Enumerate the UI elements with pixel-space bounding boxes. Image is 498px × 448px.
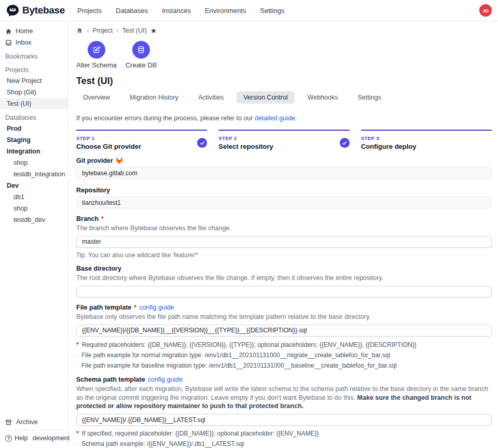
sidebar-item-shop-git[interactable]: Shop (Git): [0, 87, 68, 98]
sidebar-db-testdb-integration[interactable]: testdb_integration: [0, 169, 68, 180]
inbox-icon: [5, 39, 12, 46]
branch-description: The branch where Bytebase observes the f…: [76, 224, 492, 233]
sidebar-env-prod[interactable]: Prod: [0, 123, 68, 134]
bytebase-logo[interactable]: Bytebase: [6, 4, 65, 17]
base-directory-description: The root directory where Bytebase observ…: [76, 274, 492, 283]
sidebar-item-test-ui[interactable]: Test (UI): [0, 98, 68, 109]
database-icon: [137, 46, 145, 54]
nav-settings[interactable]: Settings: [260, 7, 284, 15]
file-path-note-example-baseline: ·File path example for baseline migratio…: [76, 362, 492, 369]
nav-environments[interactable]: Environments: [205, 7, 246, 15]
file-path-note-example-normal: ·File path example for normal migration …: [76, 352, 492, 359]
sidebar-db-db1[interactable]: db1: [0, 191, 68, 203]
breadcrumb-separator: ›: [87, 26, 89, 34]
schema-path-note-example: ·Schema path example: /{{ENV_NAME}}/.db1…: [76, 440, 492, 447]
archive-icon: [5, 419, 12, 426]
tab-migration-history[interactable]: Migration History: [123, 91, 185, 104]
breadcrumb-home-icon[interactable]: [76, 27, 83, 34]
schema-path-template-input[interactable]: [76, 414, 492, 426]
step-indicator: STEP 1 Choose Git provider STEP 2 Select…: [76, 130, 492, 150]
create-db-circle: [132, 41, 150, 59]
repository-input[interactable]: [76, 197, 492, 208]
file-path-note-required: *Required placeholders: {{DB_NAME}}, {{V…: [76, 341, 492, 348]
app-window: Bytebase Projects Databases Instances En…: [0, 0, 498, 448]
branch-label: Branch*: [76, 215, 492, 222]
base-directory-input[interactable]: [76, 286, 492, 298]
breadcrumb: › Project › Test (UI) ★: [76, 26, 492, 34]
breadcrumb-project[interactable]: Project: [92, 27, 113, 34]
tab-webhooks[interactable]: Webhooks: [301, 91, 345, 104]
tab-settings[interactable]: Settings: [351, 91, 388, 104]
user-avatar[interactable]: JD: [479, 4, 492, 17]
sidebar-footer: ? Help development: [0, 430, 68, 448]
sidebar-env-staging[interactable]: Staging: [0, 134, 68, 146]
git-provider-label: Git provider: [76, 157, 492, 164]
breadcrumb-separator: ›: [116, 26, 118, 34]
required-asterisk: *: [134, 304, 136, 311]
gitlab-icon: [116, 157, 123, 164]
sidebar-item-archive[interactable]: Archive: [0, 414, 68, 430]
help-icon: ?: [5, 435, 12, 442]
tab-version-control[interactable]: Version Control: [237, 91, 294, 104]
nav-instances[interactable]: Instances: [162, 7, 191, 15]
nav-databases[interactable]: Databases: [116, 7, 148, 15]
brand-name: Bytebase: [22, 5, 65, 16]
main-content: › Project › Test (UI) ★ Alter Schema: [68, 21, 498, 448]
step-1-check-icon: [197, 138, 207, 148]
sidebar-item-new-project[interactable]: New Project: [0, 75, 68, 87]
alter-schema-button[interactable]: Alter Schema: [76, 41, 117, 69]
file-path-template-label: File path template* config guide: [76, 304, 492, 311]
sidebar-db-shop-integration[interactable]: shop: [0, 157, 68, 169]
repository-label: Repository: [76, 187, 492, 194]
branch-tip: Tip: You can also use wildcard like 'fea…: [76, 251, 492, 259]
favorite-star-icon[interactable]: ★: [150, 27, 157, 34]
breadcrumb-current[interactable]: Test (UI): [122, 27, 147, 34]
sidebar-env-dev[interactable]: Dev: [0, 180, 68, 191]
schema-path-template-description: When specified, after each migration, By…: [76, 385, 492, 411]
quick-actions: Alter Schema Create DB: [76, 41, 492, 69]
step-2-check-icon: [340, 138, 350, 148]
tab-activities[interactable]: Activities: [191, 91, 230, 104]
file-path-template-input[interactable]: [76, 325, 492, 337]
sidebar: Home Inbox Bookmarks Projects New Projec…: [0, 21, 68, 448]
schema-path-note-required: *If specified, required placeholder: {{D…: [76, 430, 492, 437]
step-1: STEP 1 Choose Git provider: [76, 130, 207, 150]
bytebase-logo-icon: [6, 4, 19, 17]
page-title: Test (UI): [76, 76, 492, 87]
sidebar-section-bookmarks: Bookmarks: [0, 51, 68, 62]
sidebar-db-testdb-dev[interactable]: testdb_dev: [0, 214, 68, 226]
file-path-config-guide-link[interactable]: config guide: [139, 304, 174, 311]
tab-bar: Overview Migration History Activities Ve…: [76, 91, 492, 107]
step-3: STEP 3 Configure deploy: [361, 130, 492, 150]
file-path-template-description: Bytebase only observes the file path nam…: [76, 313, 492, 321]
error-guide-text: If you encounter errors during the proce…: [76, 115, 492, 122]
branch-input[interactable]: [76, 236, 492, 248]
step-2: STEP 2 Select repository: [218, 130, 349, 150]
home-icon: [5, 28, 12, 35]
sidebar-env-integration[interactable]: Integration: [0, 146, 68, 157]
help-button[interactable]: ? Help: [5, 435, 28, 442]
schema-path-template-label: Schema path template config guide: [76, 376, 492, 383]
base-directory-label: Base directory: [76, 265, 492, 272]
sidebar-db-shop-dev[interactable]: shop: [0, 203, 68, 214]
alter-schema-circle: [88, 41, 105, 59]
sidebar-item-inbox[interactable]: Inbox: [0, 37, 68, 48]
create-db-button[interactable]: Create DB: [125, 41, 157, 69]
sidebar-item-home[interactable]: Home: [0, 25, 68, 37]
version-label: development: [33, 435, 70, 442]
detailed-guide-link[interactable]: detailed guide: [255, 115, 295, 122]
sidebar-section-projects: Projects: [0, 64, 68, 75]
edit-icon: [92, 46, 101, 54]
schema-path-config-guide-link[interactable]: config guide: [148, 376, 183, 383]
tab-overview[interactable]: Overview: [76, 91, 117, 104]
required-asterisk: *: [101, 215, 104, 222]
sidebar-section-databases: Databases: [0, 112, 68, 123]
nav-projects[interactable]: Projects: [77, 7, 102, 15]
top-navbar: Bytebase Projects Databases Instances En…: [0, 0, 498, 21]
main-nav: Projects Databases Instances Environment…: [77, 7, 284, 15]
git-provider-input[interactable]: [76, 167, 492, 179]
